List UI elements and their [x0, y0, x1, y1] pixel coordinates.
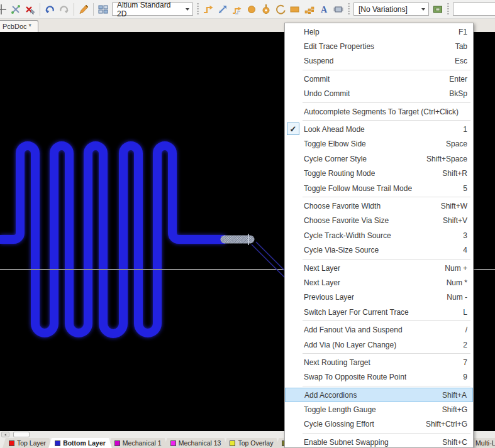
scroll-left-button[interactable]	[1, 432, 9, 437]
delete-segment-icon[interactable]	[23, 3, 37, 16]
menu-item-toggle-length-gauge[interactable]: Toggle Length GaugeShift+G	[285, 402, 473, 417]
menu-item-help[interactable]: HelpF1	[285, 25, 473, 39]
empty-combo[interactable]	[453, 3, 495, 16]
menu-item-edit-trace-properties[interactable]: Edit Trace PropertiesTab	[285, 39, 473, 53]
view-configuration-combo-value: Altium Standard 2D	[117, 1, 182, 18]
layer-tab-label: Top Layer	[17, 439, 46, 447]
pad-array-icon[interactable]	[303, 3, 316, 16]
menu-item-cycle-via-size-source[interactable]: Cycle Via-Size Source4	[285, 243, 473, 257]
menu-item-cycle-corner-style[interactable]: Cycle Corner StyleShift+Space	[285, 151, 473, 166]
menu-item-add-accordions[interactable]: Add AccordionsShift+A	[285, 388, 473, 402]
menu-item-label: Cycle Corner Style	[304, 155, 367, 163]
layer-tab-top-layer[interactable]: Top Layer	[3, 438, 52, 448]
menu-item-label: Suspend	[304, 57, 333, 65]
menu-item-toggle-follow-mouse-trail-mode[interactable]: Toggle Follow Mouse Trail Mode5	[285, 181, 473, 195]
view-configuration-combo[interactable]: Altium Standard 2D	[112, 3, 193, 16]
altium-pcb-editor: Altium Standard 2DA[No Variations] PcbDo…	[0, 0, 495, 448]
layer-color-swatch	[55, 440, 60, 446]
menu-separator	[303, 386, 470, 386]
via-icon[interactable]	[259, 3, 273, 16]
menu-item-autocomplete-segments-to-target-ctrl-click[interactable]: Autocomplete Segments To Target (Ctrl+Cl…	[285, 104, 473, 119]
board-wizard-icon[interactable]	[96, 3, 110, 16]
menu-separator	[303, 70, 470, 70]
menu-item-shortcut: Shift+R	[436, 169, 467, 178]
menu-item-cycle-glossing-effort[interactable]: Cycle Glossing EffortShift+Ctrl+G	[285, 417, 473, 432]
menu-item-label: Switch Layer For Current Trace	[304, 308, 409, 317]
menu-item-label: Previous Layer	[304, 293, 354, 302]
checkmark-icon: ✓	[287, 123, 299, 135]
menu-item-label: Toggle Routing Mode	[304, 169, 375, 178]
menu-item-switch-layer-for-current-trace[interactable]: Switch Layer For Current TraceL	[285, 305, 473, 319]
interactive-routing-icon[interactable]	[201, 3, 215, 16]
menu-item-shortcut: Shift+G	[436, 405, 467, 414]
lookahead-outline-1	[252, 244, 289, 282]
menu-item-shortcut: Num +	[438, 264, 467, 273]
menu-item-shortcut: Shift+W	[435, 202, 467, 210]
layer-tab-label: Mechanical 1	[123, 439, 162, 447]
toolbar-separator	[447, 3, 449, 16]
document-tab[interactable]: PcbDoc *	[0, 20, 38, 32]
route-direction-icon[interactable]	[216, 3, 230, 16]
menu-item-choose-favorite-via-size[interactable]: Choose Favorite Via SizeShift+V	[285, 214, 473, 228]
fill-icon[interactable]	[288, 3, 302, 16]
pad-icon[interactable]	[245, 3, 259, 16]
menu-item-label: Add Accordions	[304, 391, 357, 400]
menu-item-enable-subnet-swapping[interactable]: Enable Subnet SwappingShift+C	[285, 435, 473, 448]
menu-item-cycle-track-width-source[interactable]: Cycle Track-Width Source3	[285, 228, 473, 243]
menu-item-shortcut: 4	[457, 246, 467, 254]
layer-tab-mechanical-1[interactable]: Mechanical 1	[108, 438, 168, 448]
menu-item-add-fanout-via-and-suspend[interactable]: Add Fanout Via and Suspend/	[285, 322, 473, 337]
menu-item-next-layer[interactable]: Next LayerNum *	[285, 275, 473, 290]
arc-icon[interactable]	[274, 3, 287, 16]
undo-icon[interactable]	[43, 3, 57, 16]
menu-item-commit[interactable]: CommitEnter	[285, 72, 473, 86]
menu-item-label: Undo Commit	[304, 89, 350, 98]
redo-icon[interactable]	[57, 3, 71, 16]
menu-item-toggle-routing-mode[interactable]: Toggle Routing ModeShift+R	[285, 167, 473, 181]
menu-item-next-layer[interactable]: Next LayerNum +	[285, 261, 473, 275]
menu-item-shortcut: Enter	[443, 75, 467, 84]
highlight-pen-icon[interactable]	[77, 3, 91, 16]
menu-item-toggle-elbow-side[interactable]: Toggle Elbow SideSpace	[285, 137, 473, 151]
menu-item-shortcut: Space	[440, 139, 467, 148]
layer-tab-bottom-layer[interactable]: Bottom Layer	[48, 438, 112, 448]
menu-item-shortcut: Shift+Ctrl+G	[420, 420, 467, 429]
string-icon[interactable]: A	[317, 3, 331, 16]
differential-pair-routing-icon[interactable]	[230, 3, 244, 16]
variations-combo[interactable]: [No Variations]	[353, 3, 429, 16]
menu-item-shortcut: 3	[457, 231, 467, 240]
menu-separator	[303, 197, 470, 197]
chevron-down-icon	[421, 8, 425, 11]
layer-color-swatch	[230, 440, 235, 446]
component-icon[interactable]	[331, 3, 345, 16]
menu-item-suspend[interactable]: SuspendEsc	[285, 54, 473, 68]
menu-item-previous-layer[interactable]: Previous LayerNum -	[285, 290, 473, 305]
menu-item-label: Toggle Elbow Side	[304, 139, 366, 148]
menu-item-shortcut: /	[459, 325, 467, 334]
layer-color-swatch	[170, 440, 176, 446]
break-track-icon[interactable]	[9, 3, 23, 16]
menu-item-swap-to-opposite-route-point[interactable]: Swap To Opposite Route Point9	[285, 370, 473, 385]
menu-item-shortcut: F1	[452, 28, 467, 36]
menu-item-undo-commit[interactable]: Undo CommitBkSp	[285, 87, 473, 101]
menu-item-shortcut: Shift+V	[437, 216, 467, 225]
crosshair-icon[interactable]	[0, 3, 8, 16]
variations-combo-value: [No Variations]	[359, 5, 408, 14]
document-tab-label: PcbDoc *	[3, 23, 31, 30]
menu-item-label: Next Layer	[304, 278, 340, 287]
scrollbar-thumb[interactable]	[13, 432, 30, 437]
menu-item-shortcut: Num *	[440, 278, 467, 287]
menu-item-add-via-no-layer-change[interactable]: Add Via (No Layer Change)2	[285, 337, 473, 352]
menu-item-label: Next Routing Target	[304, 358, 370, 367]
board-icon[interactable]	[431, 3, 445, 16]
layer-tab-top-overlay[interactable]: Top Overlay	[223, 438, 279, 448]
menu-item-look-ahead-mode[interactable]: ✓Look Ahead Mode1	[285, 122, 473, 136]
menu-item-shortcut: BkSp	[443, 89, 467, 98]
menu-item-choose-favorite-width[interactable]: Choose Favorite WidthShift+W	[285, 199, 473, 213]
menu-item-shortcut: 9	[457, 373, 467, 381]
menu-item-label: Cycle Track-Width Source	[304, 231, 391, 240]
menu-item-next-routing-target[interactable]: Next Routing Target7	[285, 355, 473, 369]
menu-item-shortcut: 5	[457, 184, 467, 193]
toolbar-separator	[197, 3, 199, 16]
layer-tab-mechanical-13[interactable]: Mechanical 13	[164, 438, 228, 448]
